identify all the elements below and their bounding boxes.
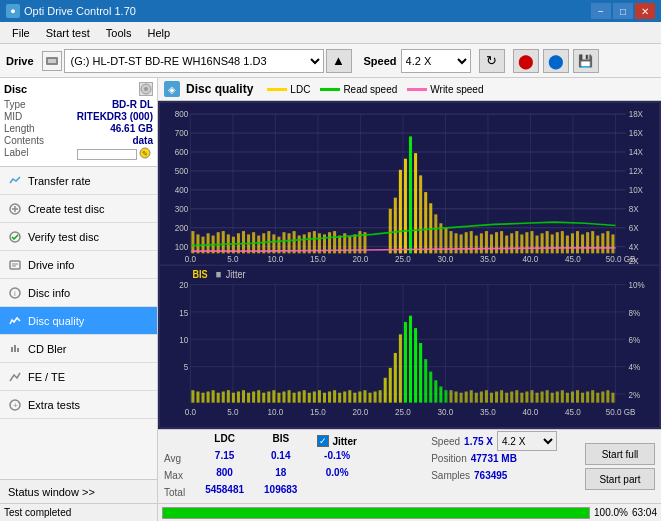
label-icon[interactable]: ✎ [139, 147, 153, 161]
status-left-text: Test completed [0, 504, 158, 521]
svg-rect-16 [14, 345, 16, 352]
svg-rect-246 [485, 390, 488, 402]
menu-tools[interactable]: Tools [98, 25, 140, 41]
svg-text:25.0: 25.0 [395, 406, 411, 417]
svg-rect-215 [328, 391, 331, 402]
svg-text:45.0: 45.0 [565, 406, 581, 417]
status-window-button[interactable]: Status window >> [0, 479, 157, 503]
maximize-button[interactable]: □ [613, 3, 633, 19]
svg-text:10.0: 10.0 [268, 254, 284, 264]
svg-rect-244 [475, 392, 478, 402]
svg-text:20.0: 20.0 [353, 406, 369, 417]
svg-rect-216 [333, 390, 336, 402]
svg-rect-196 [232, 392, 235, 402]
eject-button[interactable]: ▲ [326, 49, 352, 73]
svg-rect-228 [394, 352, 397, 402]
drive-info-icon [8, 258, 22, 272]
title-bar: ● Opti Drive Control 1.70 − □ ✕ [0, 0, 661, 22]
disc-type-row: Type BD-R DL [4, 99, 153, 110]
nav-verify-test-disc-label: Verify test disc [28, 231, 99, 243]
disc-quality-icon [8, 314, 22, 328]
svg-rect-208 [293, 392, 296, 402]
svg-rect-194 [222, 391, 225, 402]
btn-save[interactable]: 💾 [573, 49, 599, 73]
svg-text:5.0: 5.0 [227, 254, 238, 264]
nav-disc-quality[interactable]: Disc quality [0, 307, 157, 335]
svg-text:0.0: 0.0 [185, 406, 196, 417]
close-button[interactable]: ✕ [635, 3, 655, 19]
nav-extra-tests[interactable]: + Extra tests [0, 391, 157, 419]
svg-rect-1 [48, 59, 56, 63]
svg-rect-103 [389, 209, 392, 254]
svg-rect-265 [581, 392, 584, 402]
drive-label: Drive [6, 55, 34, 67]
chart-legend: LDC Read speed Write speed [267, 84, 483, 95]
svg-rect-108 [414, 153, 417, 253]
svg-rect-267 [591, 390, 594, 402]
menu-file[interactable]: File [4, 25, 38, 41]
nav-create-test-disc[interactable]: Create test disc [0, 195, 157, 223]
menu-help[interactable]: Help [139, 25, 178, 41]
nav-drive-info[interactable]: Drive info [0, 251, 157, 279]
disc-icon1[interactable] [139, 82, 153, 96]
refresh-button[interactable]: ↻ [479, 49, 505, 73]
svg-rect-253 [520, 392, 523, 402]
jitter-header: Jitter [332, 436, 356, 447]
start-part-button[interactable]: Start part [585, 468, 655, 490]
disc-mid-val: RITEKDR3 (000) [77, 111, 153, 122]
svg-rect-257 [541, 391, 544, 402]
jitter-max: 0.0% [317, 467, 356, 483]
transfer-rate-icon [8, 174, 22, 188]
nav-disc-info[interactable]: i Disc info [0, 279, 157, 307]
speed-select[interactable]: 4.2 X [401, 49, 471, 73]
legend-read-label: Read speed [343, 84, 397, 95]
svg-rect-189 [196, 391, 199, 402]
nav-fe-te-label: FE / TE [28, 371, 65, 383]
jitter-checkbox[interactable] [317, 435, 329, 447]
nav-cd-bler[interactable]: CD Bler [0, 335, 157, 363]
drive-icon [42, 51, 62, 71]
nav-verify-test-disc[interactable]: Verify test disc [0, 223, 157, 251]
speed-key-label: Speed [431, 436, 460, 447]
menu-start-test[interactable]: Start test [38, 25, 98, 41]
stats-total-label: Total [164, 484, 185, 500]
minimize-button[interactable]: − [591, 3, 611, 19]
svg-text:0.0: 0.0 [185, 254, 196, 264]
svg-rect-201 [257, 390, 260, 402]
disc-contents-row: Contents data [4, 135, 153, 146]
nav-drive-info-label: Drive info [28, 259, 74, 271]
svg-rect-231 [409, 315, 412, 402]
content-area: ◈ Disc quality LDC Read speed Write spee… [158, 78, 661, 503]
svg-rect-15 [11, 347, 13, 352]
svg-rect-143 [591, 231, 594, 253]
svg-text:50.0 GB: 50.0 GB [606, 406, 636, 417]
svg-rect-74 [222, 231, 225, 253]
bottom-chart-container: BIS ■ Jitter [160, 266, 659, 428]
svg-rect-192 [212, 390, 215, 402]
speed-select-stats[interactable]: 4.2 X [497, 431, 557, 451]
create-test-disc-icon [8, 202, 22, 216]
svg-point-3 [144, 87, 148, 91]
svg-rect-128 [515, 231, 518, 253]
nav-fe-te[interactable]: FE / TE [0, 363, 157, 391]
disc-label-input[interactable] [77, 149, 137, 160]
svg-text:35.0: 35.0 [480, 254, 496, 264]
jitter-header-row: Jitter [317, 433, 356, 449]
drive-select[interactable]: (G:) HL-DT-ST BD-RE WH16NS48 1.D3 [64, 49, 324, 73]
svg-rect-219 [348, 390, 351, 402]
start-full-button[interactable]: Start full [585, 443, 655, 465]
svg-rect-268 [596, 392, 599, 402]
svg-rect-248 [495, 391, 498, 402]
btn-red[interactable]: ⬤ [513, 49, 539, 73]
jitter-avg: -0.1% [317, 450, 356, 466]
svg-rect-271 [611, 392, 614, 402]
disc-info-panel: Disc Type BD-R DL MID RITEKDR3 (000) L [0, 78, 157, 167]
svg-rect-206 [282, 391, 285, 402]
svg-rect-217 [338, 392, 341, 402]
btn-blue[interactable]: ⬤ [543, 49, 569, 73]
svg-rect-222 [363, 390, 366, 402]
stats-ldc-col: LDC 7.15 800 5458481 [205, 433, 244, 500]
svg-text:500: 500 [175, 166, 189, 176]
nav-transfer-rate[interactable]: Transfer rate [0, 167, 157, 195]
menu-bar: File Start test Tools Help [0, 22, 661, 44]
